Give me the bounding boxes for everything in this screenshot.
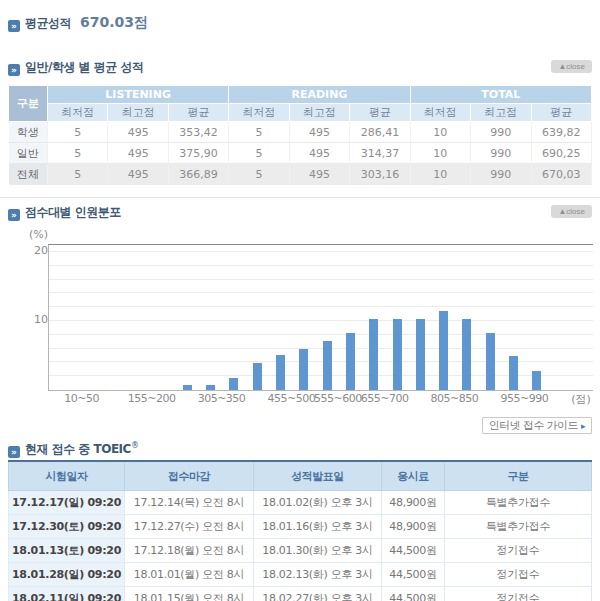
registration-deadline-header: 접수마감 <box>125 461 254 491</box>
table-row: 전체5495366,895495303,1610990670,03 <box>9 164 592 185</box>
x-axis-tick-label: 10~50 <box>42 392 122 405</box>
avg-score-header: 평균 <box>531 104 592 122</box>
score-cell: 366,89 <box>168 164 228 185</box>
score-cell: 990 <box>471 143 531 164</box>
score-cell: 5 <box>229 122 289 143</box>
registration-cell: 특별추가접수 <box>445 491 592 515</box>
table-row: 일반5495375,905495314,3710990690,25 <box>9 143 592 164</box>
chart-bin <box>94 245 117 390</box>
registration-row: 17.12.30(토) 09:2017.12.27(수) 오전 8시18.01.… <box>9 515 592 539</box>
x-axis-tick-label: 805~850 <box>414 392 494 405</box>
arrow-bullet-icon: » <box>8 64 20 76</box>
chart-bin <box>281 245 304 390</box>
average-score-section-header: »평균성적670.03점 <box>8 14 592 30</box>
test-date-header: 시험일자 <box>9 461 125 491</box>
registration-section-header: »현재 접수 중 TOEIC® <box>8 441 592 457</box>
chart-bin <box>211 245 234 390</box>
chart-bin <box>187 245 210 390</box>
score-cell: 495 <box>108 143 168 164</box>
max-score-header: 최고점 <box>289 104 349 122</box>
score-cell: 303,16 <box>350 164 410 185</box>
chart-bin <box>141 245 164 390</box>
chart-plot-area <box>48 244 593 391</box>
reading-group-header: READING <box>229 86 410 104</box>
score-cell: 375,90 <box>168 143 228 164</box>
internet-registration-guide-button[interactable]: 인터넷 접수 가이드▸ <box>482 417 592 434</box>
registration-row: 18.01.13(토) 09:2017.12.18(월) 오전 8시18.01.… <box>9 539 592 563</box>
x-axis-tick-label: 305~350 <box>182 392 262 405</box>
registration-cell: 18.01.16(화) 오후 3시 <box>254 515 382 539</box>
group-average-section-title: 일반/학생 별 평균 성적 <box>25 60 143 74</box>
bar-series <box>71 245 537 390</box>
max-score-header: 최고점 <box>471 104 531 122</box>
table-sub-header-row: 최저점 최고점 평균 최저점 최고점 평균 최저점 최고점 평균 <box>9 104 592 122</box>
registration-cell: 17.12.27(수) 오전 8시 <box>125 515 254 539</box>
registration-cell: 48,900원 <box>382 515 445 539</box>
distribution-section-title: 점수대별 인원분포 <box>25 205 121 219</box>
registration-table-body: 17.12.17(일) 09:2017.12.14(목) 오전 8시18.01.… <box>9 491 592 601</box>
group-average-section-header: »일반/학생 별 평균 성적 ▲close <box>8 59 592 75</box>
registration-cell: 18.01.02(화) 오후 3시 <box>254 491 382 515</box>
registration-table-header-row: 시험일자 접수마감 성적발표일 응시료 구분 <box>9 461 592 491</box>
gubun-header-cell: 구분 <box>9 86 48 122</box>
score-cell: 495 <box>108 122 168 143</box>
registration-schedule-table: 시험일자 접수마감 성적발표일 응시료 구분 17.12.17(일) 09:20… <box>8 460 592 601</box>
registration-cell: 17.12.14(목) 오전 8시 <box>125 491 254 515</box>
score-cell: 690,25 <box>531 143 592 164</box>
arrow-bullet-icon: » <box>8 446 20 458</box>
score-cell: 670,03 <box>531 164 592 185</box>
chart-bin <box>351 245 374 390</box>
chart-bin <box>514 245 537 390</box>
x-axis-unit-label: (점) <box>566 392 596 407</box>
min-score-header: 최저점 <box>229 104 289 122</box>
distribution-section-header: »점수대별 인원분포 ▲close <box>8 204 592 220</box>
registration-cell: 44,500원 <box>382 587 445 601</box>
registration-cell: 정기접수 <box>445 563 592 587</box>
total-group-header: TOTAL <box>410 86 591 104</box>
score-cell: 5 <box>48 143 108 164</box>
listening-group-header: LISTENING <box>48 86 229 104</box>
chart-bin <box>374 245 397 390</box>
registration-cell: 정기접수 <box>445 539 592 563</box>
fee-header: 응시료 <box>382 461 445 491</box>
arrow-bullet-icon: » <box>8 209 20 221</box>
registration-row: 18.01.28(일) 09:2018.01.01(월) 오전 8시18.02.… <box>9 563 592 587</box>
table-group-header-row: 구분 LISTENING READING TOTAL <box>9 86 592 104</box>
registration-cell: 18.01.15(월) 오전 8시 <box>125 587 254 601</box>
collapse-button[interactable]: ▲close <box>551 60 592 73</box>
chart-bin <box>118 245 141 390</box>
registration-cell: 44,500원 <box>382 563 445 587</box>
y-axis-tick-label: 20 <box>26 244 48 257</box>
registration-cell: 18.02.27(화) 오후 3시 <box>254 587 382 601</box>
min-score-header: 최저점 <box>410 104 470 122</box>
registration-cell: 18.01.13(토) 09:20 <box>9 539 125 563</box>
registration-row: 18.02.11(일) 09:2018.01.15(월) 오전 8시18.02.… <box>9 587 592 601</box>
registration-cell: 17.12.30(토) 09:20 <box>9 515 125 539</box>
average-score-title: 평균성적 <box>25 16 71 30</box>
trademark-symbol: ® <box>131 441 139 450</box>
average-score-table: 구분 LISTENING READING TOTAL 최저점 최고점 평균 최저… <box>8 85 592 185</box>
registration-cell: 18.02.11(일) 09:20 <box>9 587 125 601</box>
collapse-button[interactable]: ▲close <box>551 205 592 218</box>
chart-bin <box>420 245 443 390</box>
score-cell: 5 <box>229 143 289 164</box>
x-axis-tick-label: 155~200 <box>112 392 192 405</box>
score-cell: 990 <box>471 122 531 143</box>
registration-section-title: 현재 접수 중 TOEIC <box>25 442 131 456</box>
average-score-value: 670.03점 <box>80 14 148 30</box>
score-cell: 10 <box>410 122 470 143</box>
chart-bin <box>71 245 94 390</box>
row-label: 전체 <box>9 164 48 185</box>
min-score-header: 최저점 <box>48 104 108 122</box>
registration-cell: 18.01.30(화) 오후 3시 <box>254 539 382 563</box>
score-cell: 990 <box>471 164 531 185</box>
score-cell: 5 <box>229 164 289 185</box>
chart-bin <box>490 245 513 390</box>
score-distribution-chart: (%) (점) 10~50155~200305~350455~500555~60… <box>0 222 600 414</box>
score-cell: 495 <box>289 164 349 185</box>
chart-bin <box>327 245 350 390</box>
category-header: 구분 <box>445 461 592 491</box>
average-score-table-body: 학생5495353,425495286,4110990639,82일반54953… <box>9 122 592 185</box>
chart-bin <box>234 245 257 390</box>
section-divider <box>0 197 600 198</box>
